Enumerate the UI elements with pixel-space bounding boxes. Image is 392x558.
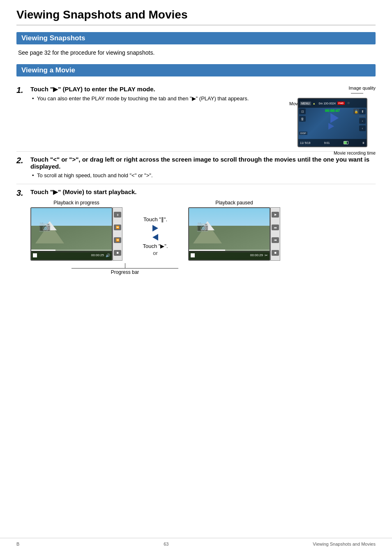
touch-pause-instruction: Touch "‖". bbox=[143, 216, 167, 222]
viewing-movie-section: Viewing a Movie 1. Touch "▶" (PLAY) to e… bbox=[16, 64, 376, 267]
camera-watermark-left: 📷 bbox=[39, 220, 51, 232]
touch-play-instruction: Touch "▶". bbox=[143, 243, 168, 249]
cam-time-display: 00:00:47 bbox=[325, 109, 340, 113]
playback-paused-label: Playback paused bbox=[215, 200, 253, 206]
step-1-text: 1. Touch "▶" (PLAY) to enter the PLAY mo… bbox=[16, 86, 285, 103]
or-text: or bbox=[153, 250, 158, 256]
step-3: 3. Touch "▶" (Movie) to start playback. … bbox=[16, 184, 376, 267]
quality-arrow bbox=[306, 91, 376, 95]
cam-icon-chevron-left: ‹ bbox=[359, 125, 366, 131]
progress-label-line-up bbox=[125, 263, 125, 268]
snapshot-body-text: See page 32 for the procedure for viewin… bbox=[16, 49, 376, 56]
cam-right-icons: ⬆ › ‹ bbox=[359, 109, 366, 131]
cam-center-area bbox=[330, 113, 340, 123]
step-3-playback-area: Playback in progress bbox=[30, 200, 376, 263]
stop-icon-right bbox=[191, 253, 195, 257]
cam-fhd-badge: FHD bbox=[337, 102, 345, 105]
step-1-content: Touch "▶" (PLAY) to enter the PLAY mode.… bbox=[30, 86, 285, 103]
viewing-snapshots-section: Viewing Snapshots See page 32 for the pr… bbox=[16, 32, 376, 56]
progress-bar-label-container: Progress bar bbox=[71, 263, 178, 275]
cam-icon-copy: ⊡ bbox=[299, 109, 306, 114]
step-1: 1. Touch "▶" (PLAY) to enter the PLAY mo… bbox=[16, 81, 376, 152]
pb-btn-stop-r[interactable]: ⏹ bbox=[272, 250, 279, 256]
step-2-number: 2. bbox=[16, 156, 26, 165]
cam-left-icons: ⊡ 🗑 bbox=[299, 109, 306, 122]
playback-paused-screen-wrapper: 📷 00: bbox=[188, 207, 280, 261]
play-arrow-left bbox=[152, 234, 158, 241]
cam-bottom-time: 9:01 bbox=[324, 141, 330, 144]
time-display-left: 00:00:25 bbox=[91, 253, 104, 257]
step-2-content: Touch "<" or ">", or drag left or right … bbox=[30, 156, 376, 180]
movie-recording-time-label: Movie recording time bbox=[334, 150, 376, 155]
touch-play-text: Touch "▶". bbox=[143, 243, 168, 249]
footer-right: Viewing Snapshots and Movies bbox=[313, 542, 376, 546]
time-display-right: 00:00:29 bbox=[250, 253, 263, 257]
touch-pause-text: Touch "‖". bbox=[143, 216, 167, 222]
step-1-number: 1. bbox=[16, 86, 26, 95]
stop-icon-left bbox=[33, 253, 37, 257]
arrow-left-icon bbox=[152, 234, 158, 241]
play-arrow-right bbox=[152, 225, 158, 232]
pb-btn-rw[interactable]: ⏪ bbox=[114, 237, 121, 243]
step-1-main: Touch "▶" (PLAY) to enter the PLAY mode. bbox=[30, 86, 285, 93]
cam-icon-trash: 🗑 bbox=[299, 116, 306, 122]
page-footer: B 63 Viewing Snapshots and Movies bbox=[0, 538, 392, 550]
pb-btn-ff[interactable]: ⏩ bbox=[114, 225, 121, 230]
viewing-snapshots-header: Viewing Snapshots bbox=[16, 32, 376, 44]
step-3-number: 3. bbox=[16, 188, 26, 198]
pb-btn-stop[interactable]: ⏹ bbox=[114, 250, 121, 256]
camera-screen-inner: MENU ▲ 0m 100-0024 FHD ⚙ 00:00:47 ⊡ bbox=[298, 99, 367, 146]
playback-bottom-bar-right: 00:00:29 ✂ bbox=[189, 251, 270, 260]
viewing-movie-header: Viewing a Movie bbox=[16, 64, 376, 76]
page-container: Viewing Snapshots and Movies Viewing Sna… bbox=[0, 0, 392, 558]
playback-in-progress-screen-wrapper: 📷 00: bbox=[30, 207, 122, 261]
pb-btn-pause[interactable]: ⏸ bbox=[114, 212, 121, 218]
cam-top-bar: MENU ▲ 0m 100-0024 FHD ⚙ bbox=[298, 99, 367, 108]
pb-btn-play-r[interactable]: ▶ bbox=[272, 212, 279, 218]
playback-left-side-buttons: ⏸ ⏩ ⏪ ⏹ bbox=[113, 207, 122, 261]
progress-bar-label-text: Progress bar bbox=[111, 269, 139, 275]
camera-screen: MENU ▲ 0m 100-0024 FHD ⚙ 00:00:47 ⊡ bbox=[297, 98, 367, 147]
camera-watermark-right: 📷 bbox=[196, 220, 209, 232]
cam-icon-chevron-right: › bbox=[359, 118, 366, 124]
cam-disp-label: DISP bbox=[299, 132, 307, 135]
footer-letter: B bbox=[16, 542, 19, 546]
step-3-main: Touch "▶" (Movie) to start playback. bbox=[30, 188, 376, 196]
cam-file-info: 0m 100-0024 bbox=[319, 102, 336, 105]
step-2: 2. Touch "<" or ">", or drag left or rig… bbox=[16, 152, 376, 184]
cam-battery-fill bbox=[344, 141, 347, 144]
scissors-icon: ✂ bbox=[265, 253, 268, 257]
cam-icon-upload: ⬆ bbox=[359, 109, 366, 114]
playback-in-progress-screen: 📷 00: bbox=[30, 207, 113, 261]
cam-battery bbox=[344, 141, 348, 144]
cam-bottom-bar: 11/ 5/19 9:01 ⏸ bbox=[298, 139, 367, 146]
playback-bottom-bar-left: 00:00:25 🔊 bbox=[31, 251, 112, 260]
playback-in-progress-label: Playback in progress bbox=[53, 200, 99, 206]
page-title: Viewing Snapshots and Movies bbox=[16, 8, 376, 25]
cam-menu-label: MENU bbox=[300, 102, 311, 105]
step-2-bullet-1: To scroll at high speed, touch and hold … bbox=[30, 171, 376, 180]
cam-bottom-date: 11/ 5/19 bbox=[300, 141, 310, 144]
step-2-main: Touch "<" or ">", or drag left or right … bbox=[30, 156, 376, 170]
playback-middle: Touch "‖". Touch "▶". bbox=[122, 200, 188, 256]
camera-screen-area: Image quality Movie icon: ▶ MENU ▲ bbox=[293, 86, 376, 147]
playback-in-progress-container: Playback in progress bbox=[30, 200, 122, 261]
playback-paused-container: Playback paused bbox=[188, 200, 280, 261]
arrow-right-icon bbox=[152, 225, 158, 232]
step-1-bullet-1: You can also enter the PLAY mode by touc… bbox=[30, 95, 285, 103]
volume-icon-left: 🔊 bbox=[106, 253, 110, 257]
progress-label-line-h bbox=[71, 268, 178, 269]
pb-btn-step-r[interactable]: ⏭ bbox=[272, 225, 279, 230]
playback-paused-screen: 📷 00: bbox=[188, 207, 270, 261]
touch-instructions: Touch "‖". Touch "▶". bbox=[143, 216, 168, 256]
step-3-content: Touch "▶" (Movie) to start playback. Pla… bbox=[30, 188, 376, 263]
playback-right-side-buttons: ▶ ⏭ ⏮ ⏹ bbox=[270, 207, 280, 261]
image-quality-label: Image quality bbox=[349, 86, 376, 90]
cam-lock-area: 🔒 bbox=[353, 109, 359, 114]
pb-btn-step-back-r[interactable]: ⏮ bbox=[272, 237, 279, 243]
footer-page: 63 bbox=[164, 542, 168, 546]
